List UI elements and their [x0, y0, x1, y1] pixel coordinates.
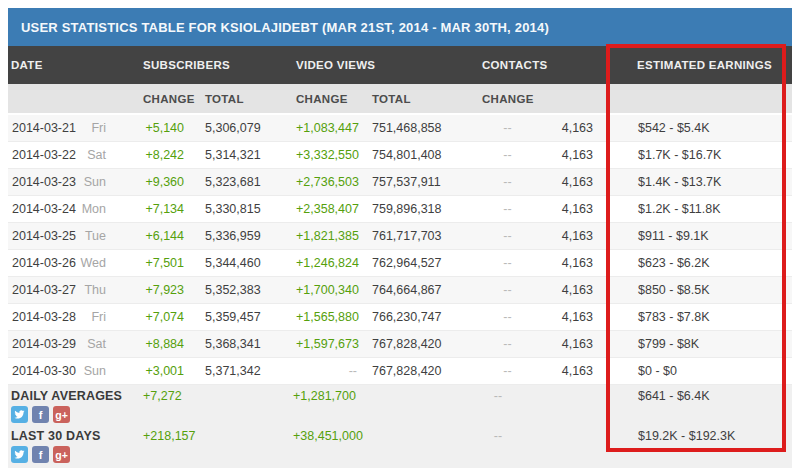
views-total-value: 759,896,318 — [357, 202, 482, 216]
contacts-change-value: -- — [482, 256, 533, 270]
date-cell: 2014-03-25 Tue — [8, 229, 108, 243]
subscribers-change-value: +6,144 — [108, 229, 184, 243]
views-total-value: 762,964,527 — [357, 256, 482, 270]
date-label: 2014-03-26 — [12, 256, 76, 270]
day-of-week-label: Fri — [91, 121, 106, 135]
summary-earnings: $641 - $6.4K — [593, 389, 792, 403]
contacts-total-value: 4,163 — [533, 337, 593, 351]
estimated-earnings-value: $783 - $7.8K — [593, 310, 792, 324]
subscribers-change-value: +8,242 — [108, 148, 184, 162]
table-row: 2014-03-28 Fri +7,074 5,359,457 +1,565,8… — [8, 304, 792, 331]
col-header-video-views: VIDEO VIEWS — [296, 59, 482, 71]
col-header-subscribers: SUBSCRIBERS — [143, 59, 296, 71]
table-row: 2014-03-25 Tue +6,144 5,336,959 +1,821,3… — [8, 223, 792, 250]
views-change-value: +1,700,340 — [296, 283, 357, 297]
twitter-bird-icon — [14, 449, 25, 460]
estimated-earnings-value: $850 - $8.5K — [593, 283, 792, 297]
views-total-value: 767,828,420 — [357, 337, 482, 351]
twitter-share-icon[interactable] — [11, 406, 28, 423]
share-buttons: f g+ — [8, 446, 143, 463]
day-of-week-label: Sun — [84, 364, 106, 378]
contacts-change-value: -- — [482, 310, 533, 324]
date-label: 2014-03-30 — [12, 364, 76, 378]
user-statistics-table: USER STATISTICS TABLE FOR KSIOLAJIDEBT (… — [8, 8, 792, 468]
facebook-share-icon[interactable]: f — [32, 446, 49, 463]
views-total-value: 767,828,420 — [357, 364, 482, 378]
subscribers-change-value: +7,134 — [108, 202, 184, 216]
col-header-estimated-earnings: ESTIMATED EARNINGS — [637, 59, 792, 71]
date-label: 2014-03-23 — [12, 175, 76, 189]
summary-row: DAILY AVERAGES f g+ +7,272 +1,281,700 --… — [8, 385, 792, 425]
views-change-value: +2,736,503 — [296, 175, 357, 189]
table-row: 2014-03-21 Fri +5,140 5,306,079 +1,083,4… — [8, 115, 792, 142]
google-plus-share-icon[interactable]: g+ — [53, 406, 70, 423]
table-row: 2014-03-30 Sun +3,001 5,371,342 -- 767,8… — [8, 358, 792, 385]
date-label: 2014-03-22 — [12, 148, 76, 162]
day-of-week-label: Tue — [85, 229, 106, 243]
twitter-share-icon[interactable] — [11, 446, 28, 463]
day-of-week-label: Sun — [84, 175, 106, 189]
table-row: 2014-03-24 Mon +7,134 5,330,815 +2,358,4… — [8, 196, 792, 223]
views-change-value: +3,332,550 — [296, 148, 357, 162]
contacts-change-value: -- — [482, 148, 533, 162]
column-header-row: DATE SUBSCRIBERS VIDEO VIEWS CONTACTS ES… — [8, 46, 792, 84]
day-of-week-label: Mon — [82, 202, 106, 216]
subscribers-total-value: 5,323,681 — [184, 175, 296, 189]
subscribers-change-value: +7,074 — [108, 310, 184, 324]
summary-row: LAST 30 DAYS f g+ +218,157 +38,451,000 -… — [8, 425, 792, 468]
date-cell: 2014-03-24 Mon — [8, 202, 108, 216]
subheader-views-change: CHANGE — [296, 93, 372, 105]
date-cell: 2014-03-29 Sat — [8, 337, 108, 351]
day-of-week-label: Thu — [84, 283, 106, 297]
google-plus-share-icon[interactable]: g+ — [53, 446, 70, 463]
date-label: 2014-03-27 — [12, 283, 76, 297]
date-label: 2014-03-29 — [12, 337, 76, 351]
views-change-value: +1,821,385 — [296, 229, 357, 243]
estimated-earnings-value: $799 - $8K — [593, 337, 792, 351]
contacts-total-value: 4,163 — [533, 175, 593, 189]
summary-label-cell: DAILY AVERAGES f g+ — [8, 389, 143, 423]
summary-views-change: +1,281,700 — [293, 389, 453, 403]
subscribers-change-value: +3,001 — [108, 364, 184, 378]
views-change-value: +1,246,824 — [296, 256, 357, 270]
share-buttons: f g+ — [8, 406, 143, 423]
col-header-date: DATE — [8, 59, 143, 71]
subscribers-total-value: 5,314,321 — [184, 148, 296, 162]
table-row: 2014-03-22 Sat +8,242 5,314,321 +3,332,5… — [8, 142, 792, 169]
subscribers-change-value: +9,360 — [108, 175, 184, 189]
subheader-views-total: TOTAL — [372, 93, 482, 105]
views-total-value: 751,468,858 — [357, 121, 482, 135]
summary-label: LAST 30 DAYS — [8, 429, 143, 443]
estimated-earnings-value: $1.7K - $16.7K — [593, 148, 792, 162]
summary-earnings: $19.2K - $192.3K — [593, 429, 792, 443]
contacts-total-value: 4,163 — [533, 121, 593, 135]
estimated-earnings-value: $911 - $9.1K — [593, 229, 792, 243]
subheader-subscribers-change: CHANGE — [143, 93, 205, 105]
summary-contacts-change: -- — [453, 429, 543, 443]
views-change-value: +1,565,880 — [296, 310, 357, 324]
summary-label: DAILY AVERAGES — [8, 389, 143, 403]
table-row: 2014-03-26 Wed +7,501 5,344,460 +1,246,8… — [8, 250, 792, 277]
facebook-share-icon[interactable]: f — [32, 406, 49, 423]
twitter-bird-icon — [14, 409, 25, 420]
contacts-change-value: -- — [482, 283, 533, 297]
date-label: 2014-03-24 — [12, 202, 76, 216]
date-cell: 2014-03-26 Wed — [8, 256, 108, 270]
date-cell: 2014-03-28 Fri — [8, 310, 108, 324]
table-row: 2014-03-27 Thu +7,923 5,352,383 +1,700,3… — [8, 277, 792, 304]
subheader-subscribers-total: TOTAL — [205, 93, 296, 105]
contacts-change-value: -- — [482, 364, 533, 378]
estimated-earnings-value: $0 - $0 — [593, 364, 792, 378]
views-change-value: +1,083,447 — [296, 121, 357, 135]
summary-subscribers-change: +7,272 — [143, 389, 293, 403]
views-total-value: 764,664,867 — [357, 283, 482, 297]
date-cell: 2014-03-23 Sun — [8, 175, 108, 189]
contacts-total-value: 4,163 — [533, 202, 593, 216]
views-total-value: 757,537,911 — [357, 175, 482, 189]
date-cell: 2014-03-22 Sat — [8, 148, 108, 162]
day-of-week-label: Sat — [87, 148, 106, 162]
summary-views-change: +38,451,000 — [293, 429, 453, 443]
estimated-earnings-value: $1.4K - $13.7K — [593, 175, 792, 189]
date-cell: 2014-03-30 Sun — [8, 364, 108, 378]
table-row: 2014-03-29 Sat +8,884 5,368,341 +1,597,6… — [8, 331, 792, 358]
